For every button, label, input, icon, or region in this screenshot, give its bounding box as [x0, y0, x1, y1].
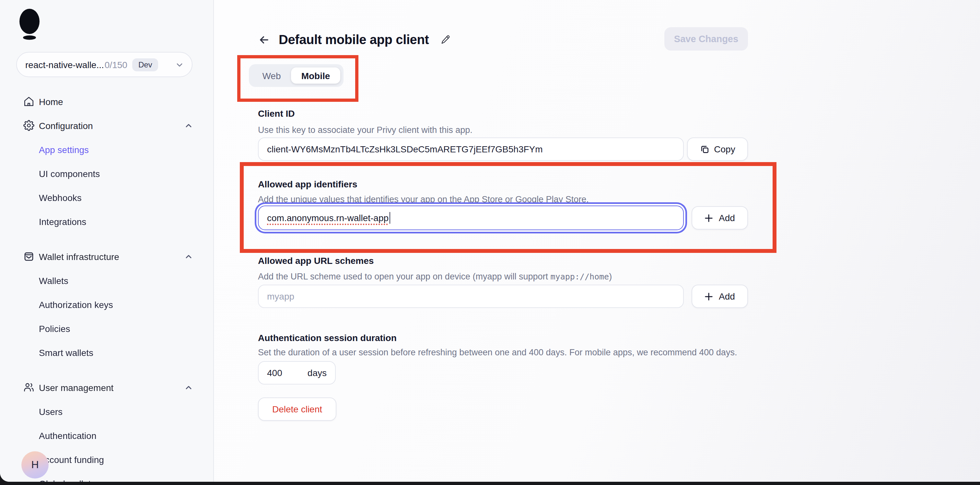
plus-icon	[705, 292, 713, 300]
delete-client-button[interactable]: Delete client	[258, 397, 336, 421]
add-label: Add	[719, 213, 735, 223]
tab-web[interactable]: Web	[252, 67, 291, 84]
sidebar-item-label: Policies	[39, 323, 70, 333]
plus-icon	[705, 214, 713, 222]
sidebar-item-webhooks[interactable]: Webhooks	[0, 185, 213, 209]
back-button[interactable]	[258, 34, 270, 46]
sidebar-item-wallet-infrastructure[interactable]: Wallet infrastructure	[0, 244, 213, 268]
sidebar-item-label: UI components	[39, 168, 100, 179]
sidebar-item-label: Smart wallets	[39, 347, 93, 357]
chevron-up-icon	[185, 121, 192, 129]
chevron-up-icon	[185, 252, 192, 260]
project-usage: 0/150	[105, 59, 127, 70]
sidebar-item-user-management[interactable]: User management	[0, 375, 213, 399]
app-window: react-native-walle...0/150 Dev Home Conf…	[0, 0, 980, 485]
chevron-up-icon	[185, 383, 192, 391]
project-name: react-native-walle...	[25, 59, 104, 70]
users-icon	[23, 382, 34, 393]
chevron-down-icon	[176, 61, 183, 69]
client-id-label: Client ID	[258, 108, 295, 119]
text-caret	[389, 212, 390, 224]
copy-button[interactable]: Copy	[687, 137, 748, 161]
session-duration-label: Authentication session duration	[258, 333, 397, 343]
sidebar-item-authorization-keys[interactable]: Authorization keys	[0, 292, 213, 316]
sidebar-item-smart-wallets[interactable]: Smart wallets	[0, 340, 213, 364]
page-header: Default mobile app client	[258, 29, 450, 51]
wallet-icon	[23, 251, 34, 262]
app-identifier-value: com.anonymous.rn-wallet-app	[267, 213, 388, 223]
sidebar-item-label: Authorization keys	[39, 299, 113, 310]
sidebar-item-integrations[interactable]: Integrations	[0, 209, 213, 233]
main-content: Default mobile app client Save Changes W…	[214, 0, 980, 482]
url-scheme-input[interactable]	[258, 285, 684, 308]
client-id-description: Use this key to associate your Privy cli…	[258, 125, 473, 135]
session-duration-unit: days	[307, 368, 327, 378]
sidebar-item-app-settings[interactable]: App settings	[0, 137, 213, 161]
sidebar-item-label: Webhooks	[39, 192, 82, 203]
page-title: Default mobile app client	[279, 32, 429, 47]
url-scheme-code: myapp://home	[550, 272, 609, 281]
tab-mobile[interactable]: Mobile	[291, 67, 340, 84]
url-schemes-description: Add the URL scheme used to open your app…	[258, 272, 612, 281]
sidebar-item-label: Wallet infrastructure	[39, 251, 119, 262]
sidebar-item-policies[interactable]: Policies	[0, 316, 213, 340]
url-schemes-label: Allowed app URL schemes	[258, 255, 374, 266]
add-identifier-button[interactable]: Add	[692, 206, 748, 230]
url-schemes-desc-suffix: )	[609, 272, 612, 281]
sidebar-item-label: Configuration	[39, 120, 93, 131]
sidebar-item-configuration[interactable]: Configuration	[0, 113, 213, 137]
sidebar-item-label: Global wallet	[39, 478, 91, 482]
sidebar-item-label: App settings	[39, 144, 89, 155]
sidebar-item-home[interactable]: Home	[0, 89, 213, 113]
sidebar-item-label: Wallets	[39, 275, 68, 286]
session-duration-value: 400	[267, 368, 282, 378]
app-identifier-input[interactable]: com.anonymous.rn-wallet-app	[258, 206, 684, 230]
sidebar-nav: Home Configuration App settings UI compo…	[0, 89, 213, 482]
sidebar-item-wallets[interactable]: Wallets	[0, 268, 213, 292]
avatar[interactable]: H	[21, 451, 49, 479]
sidebar-item-label: Account funding	[39, 454, 104, 464]
pencil-icon	[440, 34, 450, 45]
sidebar-item-authentication[interactable]: Authentication	[0, 423, 213, 447]
app-identifiers-label: Allowed app identifiers	[258, 179, 358, 189]
copy-label: Copy	[714, 144, 735, 154]
platform-toggle: Web Mobile	[249, 64, 344, 87]
app-identifiers-description: Add the unique values that identifies yo…	[258, 195, 589, 204]
sidebar-item-label: User management	[39, 382, 113, 392]
dashboard-frame: react-native-walle...0/150 Dev Home Conf…	[0, 0, 980, 482]
sidebar-item-label: Authentication	[39, 430, 96, 440]
add-label: Add	[719, 291, 735, 302]
url-schemes-desc-text: Add the URL scheme used to open your app…	[258, 272, 550, 281]
sidebar-item-users[interactable]: Users	[0, 399, 213, 423]
sidebar-item-label: Users	[39, 406, 62, 416]
session-duration-description: Set the duration of a user session befor…	[258, 348, 737, 357]
gear-icon	[23, 120, 34, 131]
edit-title-button[interactable]	[440, 34, 450, 45]
home-icon	[23, 96, 34, 107]
sidebar-item-label: Home	[39, 96, 63, 107]
copy-icon	[700, 144, 710, 154]
sidebar: react-native-walle...0/150 Dev Home Conf…	[0, 0, 214, 482]
client-id-input[interactable]	[258, 137, 684, 161]
add-url-scheme-button[interactable]: Add	[692, 285, 748, 308]
privy-logo	[19, 8, 41, 41]
sidebar-item-ui-components[interactable]: UI components	[0, 161, 213, 185]
session-duration-input[interactable]: 400 days	[258, 361, 336, 384]
project-selector[interactable]: react-native-walle...0/150 Dev	[16, 52, 192, 77]
arrow-left-icon	[258, 34, 270, 46]
save-changes-button[interactable]: Save Changes	[664, 27, 748, 51]
env-badge: Dev	[132, 58, 158, 71]
sidebar-item-label: Integrations	[39, 216, 86, 227]
